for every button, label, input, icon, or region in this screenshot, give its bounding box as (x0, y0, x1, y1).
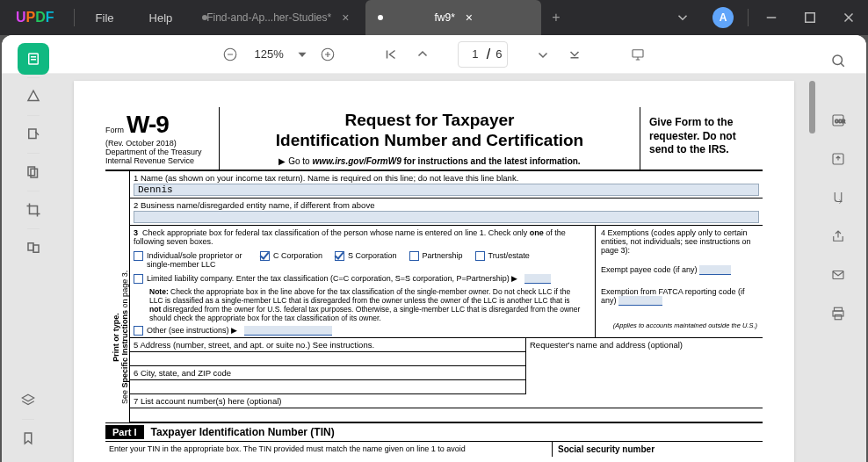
checkbox-llc[interactable] (134, 274, 143, 284)
tool-reader[interactable] (18, 43, 49, 75)
minimize-icon[interactable] (752, 0, 791, 35)
checkbox-trust[interactable] (475, 251, 485, 261)
city-input[interactable] (130, 380, 525, 394)
name-input[interactable]: Dennis (134, 184, 759, 196)
close-window-icon[interactable] (829, 0, 868, 35)
next-page-button[interactable] (529, 40, 557, 69)
print-icon[interactable] (822, 298, 854, 329)
page-indicator[interactable]: / 6 (458, 41, 509, 68)
menu-help[interactable]: Help (132, 11, 191, 25)
scrollbar-thumb[interactable] (809, 81, 815, 134)
convert-icon[interactable] (822, 143, 854, 175)
tool-bookmark[interactable] (12, 422, 44, 454)
cb-label: Partnership (423, 251, 463, 260)
tab-fw9[interactable]: fw9* × (365, 0, 541, 35)
fatca-label: Exemption from FATCA reporting code (if … (601, 287, 757, 306)
cb-label: Other (see instructions) ▶ (147, 326, 237, 335)
page-total: 6 (490, 47, 502, 61)
cb-label: C Corporation (273, 251, 322, 260)
checkbox-ccorp[interactable] (260, 251, 270, 261)
share-icon[interactable] (822, 220, 854, 252)
tool-compare[interactable] (18, 232, 49, 263)
svg-text:OCR: OCR (835, 119, 845, 124)
logo: UPDF (0, 10, 70, 25)
svg-line-14 (841, 63, 844, 67)
svg-rect-30 (633, 49, 643, 56)
zoom-value: 125% (248, 47, 291, 61)
exempt-payee-input[interactable] (699, 265, 731, 275)
divider (748, 9, 749, 26)
pdf-page: Form W-9 (Rev. October 2018) Department … (74, 81, 794, 462)
line3-label: 3 Check appropriate box for federal tax … (134, 228, 591, 246)
svg-rect-1 (806, 13, 815, 23)
add-tab-button[interactable]: + (541, 10, 570, 25)
side-label: Print or type.See Specific Instructions … (105, 171, 130, 423)
line6-label: 6 City, state, and ZIP code (130, 366, 525, 380)
cb-label: Individual/sole proprietor or single-mem… (147, 251, 248, 269)
tool-crop[interactable] (18, 194, 49, 226)
last-page-button[interactable] (561, 40, 589, 69)
form-label: Form (105, 126, 124, 134)
ocr-icon[interactable]: OCR (822, 105, 854, 136)
cb-label: Limited liability company. Enter the tax… (147, 274, 517, 283)
account-input[interactable] (130, 408, 763, 422)
svg-rect-10 (28, 243, 33, 250)
form-title: Request for TaxpayerIdentification Numbe… (228, 111, 631, 151)
close-icon[interactable]: × (466, 11, 473, 25)
presentation-icon[interactable] (624, 40, 652, 69)
close-icon[interactable]: × (342, 11, 349, 25)
cb-label: Trust/estate (488, 251, 530, 260)
tool-edit[interactable] (18, 119, 49, 150)
document-viewport[interactable]: Form W-9 (Rev. October 2018) Department … (2, 74, 866, 462)
checkbox-other[interactable] (134, 326, 143, 336)
first-page-button[interactable] (377, 40, 405, 69)
zoom-in-button[interactable] (314, 40, 342, 69)
exempt-payee-label: Exempt payee code (if any) (601, 265, 757, 275)
compress-icon[interactable] (822, 182, 854, 213)
prev-page-button[interactable] (409, 40, 437, 69)
checkbox-scorp[interactable] (335, 251, 344, 261)
line2-label: 2 Business name/disregarded entity name,… (134, 200, 759, 210)
tool-annotate[interactable] (18, 81, 49, 112)
svg-marker-24 (298, 52, 306, 56)
tab-find-studies[interactable]: Find-and-Ap...her-Studies* × (190, 0, 365, 35)
checkbox-individual[interactable] (134, 251, 143, 261)
note-text: Note: Check the appropriate box in the l… (149, 287, 582, 323)
tab-modified-icon (378, 15, 383, 20)
svg-rect-7 (29, 129, 36, 139)
line7-label: 7 List account number(s) here (optional) (130, 394, 763, 408)
separator (27, 153, 40, 154)
email-icon[interactable] (822, 259, 854, 291)
svg-rect-11 (33, 245, 39, 252)
maximize-icon[interactable] (791, 0, 829, 35)
menu-file[interactable]: File (78, 11, 132, 25)
divider (74, 9, 75, 26)
llc-class-input[interactable] (524, 274, 551, 284)
svg-rect-21 (835, 315, 842, 320)
zoom-dropdown[interactable] (294, 40, 310, 69)
fatca-input[interactable] (618, 296, 662, 306)
cb-label: S Corporation (348, 251, 397, 260)
tab-label: Find-and-Ap...her-Studies* (206, 11, 331, 24)
business-name-input[interactable] (134, 211, 759, 223)
chevron-down-icon[interactable] (663, 0, 702, 35)
tool-layers[interactable] (12, 385, 44, 416)
line1-label: 1 Name (as shown on your income tax retu… (134, 173, 759, 183)
search-icon[interactable] (822, 45, 854, 76)
svg-rect-18 (833, 271, 843, 279)
page-input[interactable] (464, 44, 487, 65)
form-dept: Department of the Treasury (105, 148, 212, 156)
tool-pages[interactable] (18, 156, 49, 188)
avatar[interactable]: A (712, 7, 734, 28)
requester-label: Requester's name and address (optional) (526, 338, 763, 352)
zoom-out-button[interactable] (216, 40, 244, 69)
form-dept: Internal Revenue Service (105, 156, 212, 165)
tab-label: fw9* (435, 11, 455, 24)
address-input[interactable] (130, 352, 525, 366)
other-input[interactable] (244, 326, 332, 336)
checkbox-partnership[interactable] (409, 251, 419, 261)
form-instructions: Give Form to the requester. Do not send … (640, 107, 763, 170)
separator (27, 191, 40, 191)
part1-desc: Enter your TIN in the appropriate box. T… (105, 442, 552, 457)
form-goto: ▶ Go to www.irs.gov/FormW9 for instructi… (228, 156, 631, 166)
